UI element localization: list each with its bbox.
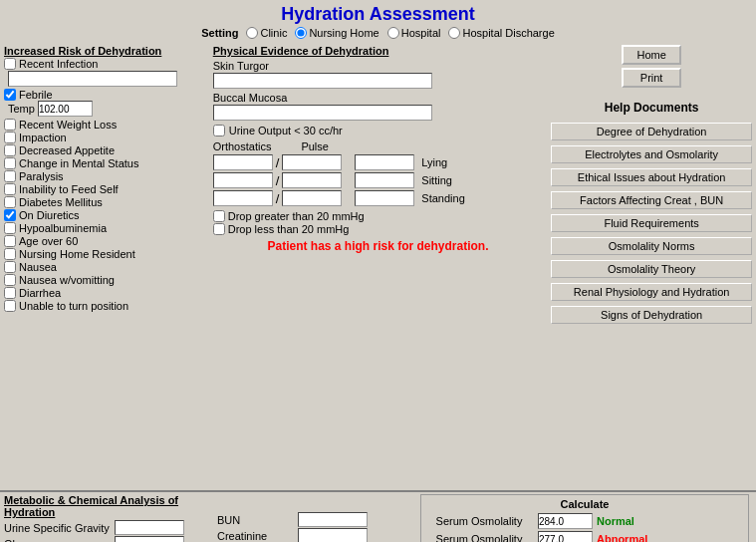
febrile-checkbox[interactable] bbox=[4, 89, 16, 101]
nausea-vomit-item: Nausea w/vomitting bbox=[4, 274, 205, 286]
skin-turgor-input[interactable] bbox=[213, 73, 432, 89]
drop-less-checkbox[interactable] bbox=[213, 223, 225, 235]
buccal-mucosa-input[interactable] bbox=[213, 105, 432, 121]
diabetes-label: Diabetes Mellitus bbox=[19, 196, 103, 208]
nursing-home-resident-checkbox[interactable] bbox=[4, 248, 16, 260]
warning-text: Patient has a high risk for dehydration. bbox=[213, 239, 544, 253]
unable-turn-checkbox[interactable] bbox=[4, 300, 16, 312]
urine-output-checkbox[interactable] bbox=[213, 125, 225, 136]
recent-weight-loss-checkbox[interactable] bbox=[4, 119, 16, 131]
nursing-home-radio[interactable] bbox=[295, 27, 307, 39]
on-diuretics-item: On Diuretics bbox=[4, 209, 205, 221]
hypoalbuminemia-label: Hypoalbuminemia bbox=[19, 222, 107, 234]
serum-osmolality-label1: Serum Osmolality bbox=[424, 515, 534, 527]
serum-osmolality-input1[interactable] bbox=[538, 513, 593, 529]
print-button[interactable]: Print bbox=[622, 68, 681, 88]
sitting-orth-input2[interactable] bbox=[282, 172, 342, 188]
sitting-orth-input[interactable] bbox=[213, 172, 273, 188]
bun-input[interactable] bbox=[298, 512, 368, 527]
radio-nursing-home[interactable]: Nursing Home bbox=[295, 27, 378, 39]
recent-infection-item: Recent Infection bbox=[4, 58, 205, 70]
paralysis-label: Paralysis bbox=[19, 170, 64, 182]
help-factors[interactable]: Factors Affecting Creat , BUN bbox=[551, 191, 752, 209]
inability-feed-label: Inability to Feed Self bbox=[19, 183, 119, 195]
metabolic-left: Metabolic & Chemical Analysis of Hydrati… bbox=[4, 494, 213, 542]
help-osmolality-norms[interactable]: Osmolality Norms bbox=[551, 237, 752, 255]
paralysis-item: Paralysis bbox=[4, 170, 205, 182]
help-ethical[interactable]: Ethical Issues about Hydration bbox=[551, 168, 752, 186]
glucose-label: Glucose bbox=[4, 538, 114, 543]
glucose-input[interactable] bbox=[115, 536, 184, 542]
impaction-checkbox[interactable] bbox=[4, 132, 16, 143]
lying-orth-input2[interactable] bbox=[282, 154, 342, 170]
age-over-60-checkbox[interactable] bbox=[4, 235, 16, 247]
skin-turgor-label: Skin Turgor bbox=[213, 60, 544, 72]
serum-osmolality-input2[interactable] bbox=[538, 531, 593, 542]
right-panel: Home Print Help Documents Degree of Dehy… bbox=[547, 43, 756, 490]
on-diuretics-checkbox[interactable] bbox=[4, 209, 16, 221]
creatinine-input[interactable] bbox=[298, 528, 368, 542]
diabetes-checkbox[interactable] bbox=[4, 196, 16, 208]
buccal-mucosa-label: Buccal Mucosa bbox=[213, 92, 544, 104]
lying-pulse-input[interactable] bbox=[355, 154, 414, 170]
nursing-home-resident-label: Nursing Home Resident bbox=[19, 248, 135, 260]
recent-infection-checkbox[interactable] bbox=[4, 58, 16, 70]
help-electrolytes[interactable]: Electrolytes and Osmolarity bbox=[551, 145, 752, 163]
orthostatics-label: Orthostatics bbox=[213, 140, 272, 152]
nursing-home-resident-item: Nursing Home Resident bbox=[4, 248, 205, 260]
serum-osmolality-row2: Serum Osmolality Abnormal bbox=[424, 531, 745, 542]
urine-sg-input[interactable] bbox=[115, 520, 184, 535]
pulse-label: Pulse bbox=[301, 140, 329, 152]
nausea-vomit-checkbox[interactable] bbox=[4, 274, 16, 286]
nausea-checkbox[interactable] bbox=[4, 261, 16, 273]
serum-osmolality-status1: Normal bbox=[597, 515, 634, 527]
setting-label: Setting bbox=[201, 27, 238, 39]
urine-sg-label: Urine Specific Gravity bbox=[4, 522, 114, 534]
middle-panel: Physical Evidence of Dehydration Skin Tu… bbox=[209, 43, 548, 490]
help-osmolality-theory[interactable]: Osmolality Theory bbox=[551, 260, 752, 278]
recent-infection-input[interactable] bbox=[8, 71, 177, 87]
impaction-item: Impaction bbox=[4, 132, 205, 143]
sitting-pulse-input[interactable] bbox=[355, 172, 414, 188]
diarrhea-checkbox[interactable] bbox=[4, 287, 16, 299]
creatinine-label: Creatinine bbox=[217, 530, 297, 542]
hospital-radio[interactable] bbox=[387, 27, 399, 39]
metabolic-middle: BUN Creatinine BUN/Creat Ratio Check for… bbox=[217, 494, 416, 542]
standing-label: Standing bbox=[421, 192, 464, 204]
temp-label: Temp bbox=[8, 103, 35, 115]
page-title: Hydration Assessment bbox=[0, 0, 756, 27]
bottom-area: Metabolic & Chemical Analysis of Hydrati… bbox=[0, 490, 756, 542]
help-renal[interactable]: Renal Physiology and Hydration bbox=[551, 283, 752, 301]
standing-pulse-input[interactable] bbox=[355, 190, 414, 206]
help-fluid-req[interactable]: Fluid Requirements bbox=[551, 214, 752, 232]
decreased-appetite-checkbox[interactable] bbox=[4, 144, 16, 156]
home-print-area: Home Print bbox=[551, 45, 752, 88]
calculate-area: Calculate Serum Osmolality Normal Serum … bbox=[420, 494, 749, 542]
nausea-vomit-label: Nausea w/vomitting bbox=[19, 274, 115, 286]
temp-input[interactable] bbox=[38, 101, 93, 117]
change-mental-status-checkbox[interactable] bbox=[4, 157, 16, 169]
radio-clinic[interactable]: Clinic bbox=[246, 27, 287, 39]
clinic-radio[interactable] bbox=[246, 27, 258, 39]
serum-osmolality-row1: Serum Osmolality Normal bbox=[424, 513, 745, 529]
drop-greater-checkbox[interactable] bbox=[213, 210, 225, 222]
paralysis-checkbox[interactable] bbox=[4, 170, 16, 182]
drop-less-label: Drop less than 20 mmHg bbox=[228, 223, 350, 235]
setting-row: Setting Clinic Nursing Home Hospital Hos… bbox=[0, 27, 756, 39]
bun-label: BUN bbox=[217, 514, 297, 526]
standing-orth-input[interactable] bbox=[213, 190, 273, 206]
febrile-label: Febrile bbox=[19, 89, 53, 101]
home-button[interactable]: Home bbox=[622, 45, 681, 65]
inability-feed-checkbox[interactable] bbox=[4, 183, 16, 195]
help-signs[interactable]: Signs of Dehydration bbox=[551, 306, 752, 324]
radio-hospital-discharge[interactable]: Hospital Discharge bbox=[448, 27, 554, 39]
hospital-label: Hospital bbox=[401, 27, 441, 39]
lying-orth-input[interactable] bbox=[213, 154, 273, 170]
hypoalbuminemia-checkbox[interactable] bbox=[4, 222, 16, 234]
hospital-discharge-radio[interactable] bbox=[448, 27, 460, 39]
standing-orth-input2[interactable] bbox=[282, 190, 342, 206]
change-mental-status-label: Change in Mental Status bbox=[19, 157, 138, 169]
radio-hospital[interactable]: Hospital bbox=[387, 27, 441, 39]
lying-row: / Lying bbox=[213, 154, 544, 170]
help-degree-dehydration[interactable]: Degree of Dehydration bbox=[551, 123, 752, 140]
